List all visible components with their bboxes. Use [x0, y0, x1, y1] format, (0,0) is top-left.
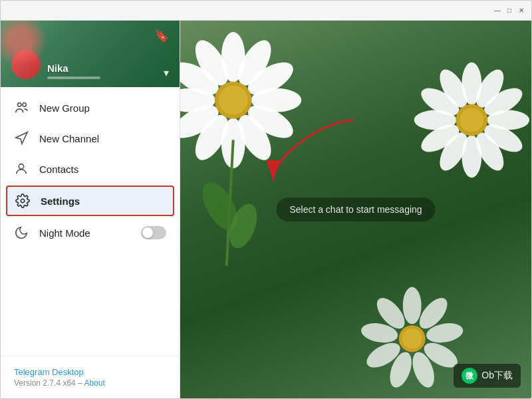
select-chat-message: Select a chat to start messaging [276, 198, 435, 221]
settings-icon [15, 194, 30, 208]
bookmark-icon: 🔖 [154, 29, 169, 43]
app-name-label: Telegram Desktop [14, 367, 166, 377]
main-layout: 🔖 Nika ▾ [1, 21, 531, 398]
svg-point-33 [460, 108, 483, 132]
svg-point-3 [21, 199, 25, 203]
contacts-icon [14, 162, 29, 176]
menu-items: New Group New Channel [1, 87, 180, 356]
version-label: Version 2.7.4 x64 – About [14, 378, 166, 388]
red-arrow [260, 114, 380, 200]
sidebar-header: 🔖 Nika ▾ [1, 21, 180, 87]
username-label: Nika [47, 63, 164, 74]
new-channel-icon [14, 131, 29, 146]
settings-label: Settings [41, 196, 80, 207]
night-mode-label: Night Mode [39, 227, 90, 239]
svg-point-34 [403, 287, 422, 325]
titlebar: — □ ✕ [1, 1, 531, 21]
svg-point-44 [402, 329, 422, 348]
avatar [11, 50, 41, 79]
night-mode-icon [14, 225, 29, 240]
menu-item-new-group[interactable]: New Group [1, 92, 180, 123]
svg-point-1 [23, 103, 27, 107]
new-group-label: New Group [39, 102, 90, 114]
new-channel-label: New Channel [39, 133, 99, 144]
chat-area: Select a chat to start messaging 微 Ob下载 [180, 21, 531, 398]
status-bar [47, 76, 100, 79]
maximize-button[interactable]: □ [505, 6, 514, 15]
svg-point-0 [18, 103, 22, 107]
close-button[interactable]: ✕ [517, 6, 526, 15]
svg-point-18 [219, 86, 248, 115]
wechat-icon: 微 [462, 368, 477, 384]
version-text: Version 2.7.4 x64 [14, 378, 76, 388]
menu-item-settings[interactable]: Settings [6, 186, 174, 216]
about-link[interactable]: About [84, 378, 104, 388]
wechat-symbol: 微 [466, 370, 473, 382]
watermark: 微 Ob下载 [454, 364, 521, 388]
sidebar-footer: Telegram Desktop Version 2.7.4 x64 – Abo… [1, 356, 180, 398]
sidebar: 🔖 Nika ▾ [1, 21, 180, 398]
night-mode-toggle[interactable] [141, 226, 166, 239]
contacts-label: Contacts [39, 164, 78, 175]
svg-point-2 [19, 164, 23, 169]
night-mode-toggle-container [141, 226, 166, 239]
watermark-label: Ob下载 [481, 370, 513, 382]
chat-background: Select a chat to start messaging 微 Ob下载 [180, 21, 531, 398]
chevron-down-icon[interactable]: ▾ [164, 66, 169, 79]
app-window: — □ ✕ 🔖 Nika ▾ [0, 0, 532, 399]
menu-item-night-mode[interactable]: Night Mode [1, 217, 180, 248]
new-group-icon [14, 100, 29, 115]
menu-item-contacts[interactable]: Contacts [1, 154, 180, 184]
user-info: Nika [47, 63, 164, 79]
menu-item-new-channel[interactable]: New Channel [1, 123, 180, 154]
minimize-button[interactable]: — [493, 6, 502, 15]
